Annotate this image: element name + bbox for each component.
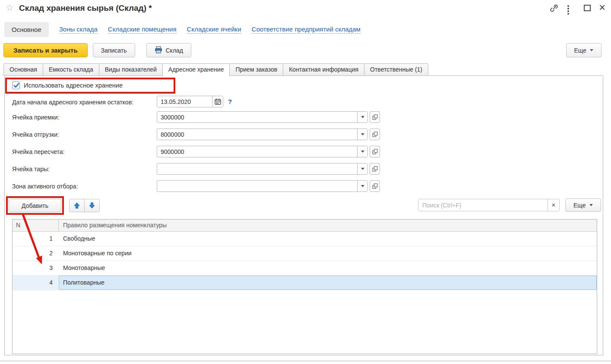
copy-link-icon[interactable]: [549, 3, 559, 13]
placement-rules-table: N Правило размещения номенклатуры 1 Своб…: [12, 219, 597, 354]
command-bar: Записать и закрыть Записать Склад Еще: [3, 43, 605, 57]
more-button-top[interactable]: Еще: [566, 43, 602, 57]
nav-item-rooms[interactable]: Складские помещения: [108, 25, 177, 34]
dropdown-arrow-icon[interactable]: [357, 163, 367, 174]
tab-capacity[interactable]: Емкость склада: [43, 63, 99, 76]
row-rule: Политоварные: [59, 276, 597, 290]
window-bottom-divider: [0, 361, 611, 361]
navigation-links: Основное Зоны склада Складские помещения…: [4, 21, 361, 38]
page-title: Склад хранения сырья (Склад) *: [19, 3, 152, 13]
recount-cell-input[interactable]: [157, 146, 357, 157]
receiving-cell-field: [157, 111, 368, 123]
save-and-close-button[interactable]: Записать и закрыть: [3, 43, 88, 57]
column-header-n: N: [13, 220, 59, 231]
dropdown-arrow-icon[interactable]: [357, 129, 367, 140]
tab-contact-info[interactable]: Контактная информация: [283, 63, 364, 76]
arrow-up-icon: [74, 202, 80, 209]
more-button-label: Еще: [574, 47, 587, 54]
container-cell-field: [157, 163, 368, 175]
warehouse-card-window: ☆ Склад хранения сырья (Склад) * × Основ…: [0, 0, 611, 364]
container-cell-input[interactable]: [157, 163, 357, 174]
move-up-button[interactable]: [69, 199, 85, 212]
open-reference-icon[interactable]: [370, 111, 380, 123]
move-row-buttons: [69, 199, 100, 212]
active-selection-zone-field: [157, 180, 368, 192]
tab-responsible[interactable]: Ответственные (1): [364, 63, 428, 76]
search-field: ×: [418, 199, 560, 211]
row-number: 3: [13, 261, 59, 275]
row-number: 4: [13, 276, 59, 290]
recount-cell-label: Ячейка пересчета:: [12, 148, 64, 155]
start-date-label: Дата начала адресного хранения остатков:: [12, 99, 133, 106]
calendar-icon[interactable]: [212, 96, 223, 107]
row-number: 1: [13, 232, 59, 246]
more-menu-icon[interactable]: [567, 5, 569, 7]
use-address-storage-checkbox[interactable]: [12, 82, 20, 89]
tab-main[interactable]: Основная: [3, 63, 43, 76]
start-date-field: [157, 96, 223, 107]
tab-indicator-types[interactable]: Виды показателей: [99, 63, 163, 76]
maximize-icon[interactable]: [584, 5, 591, 11]
row-rule: Свободные: [59, 232, 597, 246]
active-selection-zone-label: Зона активного отбора:: [12, 183, 78, 190]
chevron-down-icon: [589, 204, 593, 206]
tab-order-reception[interactable]: Прием заказов: [229, 63, 283, 76]
printer-icon: [155, 46, 162, 55]
print-warehouse-button[interactable]: Склад: [146, 43, 192, 57]
favorite-star-icon[interactable]: ☆: [6, 3, 14, 13]
open-reference-icon[interactable]: [370, 180, 380, 192]
print-button-label: Склад: [166, 47, 184, 54]
nav-item-cells[interactable]: Складские ячейки: [187, 25, 241, 34]
shipping-cell-label: Ячейка отгрузки:: [12, 131, 59, 138]
nav-item-enterprise-mapping[interactable]: Соответствие предприятий складам: [252, 25, 361, 34]
nav-item-main[interactable]: Основное: [4, 22, 49, 37]
close-icon[interactable]: ×: [599, 1, 605, 14]
open-reference-icon[interactable]: [370, 129, 380, 140]
receiving-cell-label: Ячейка приемки:: [12, 114, 60, 121]
save-button[interactable]: Записать: [93, 43, 135, 57]
receiving-cell-input[interactable]: [157, 112, 357, 122]
row-rule: Монотоварные: [59, 261, 597, 275]
table-header: N Правило размещения номенклатуры: [13, 220, 597, 232]
start-date-input[interactable]: [157, 96, 212, 107]
open-reference-icon[interactable]: [370, 163, 380, 175]
active-selection-zone-input[interactable]: [157, 181, 357, 191]
table-row[interactable]: 1 Свободные: [13, 232, 597, 246]
column-header-rule: Правило размещения номенклатуры: [59, 220, 597, 231]
add-button[interactable]: Добавить: [9, 199, 61, 212]
search-input[interactable]: [418, 199, 548, 211]
dropdown-arrow-icon[interactable]: [357, 181, 367, 191]
shipping-cell-field: [157, 129, 368, 140]
dropdown-arrow-icon[interactable]: [357, 112, 367, 122]
container-cell-label: Ячейка тары:: [12, 166, 50, 173]
tab-strip: Основная Емкость склада Виды показателей…: [3, 63, 428, 76]
dropdown-arrow-icon[interactable]: [357, 146, 367, 157]
more-table-label: Еще: [573, 202, 586, 209]
table-row[interactable]: 3 Монотоварные: [13, 261, 597, 276]
recount-cell-field: [157, 146, 368, 157]
row-number: 2: [13, 246, 59, 260]
use-address-storage-label: Использовать адресное хранение: [24, 82, 123, 89]
table-row-selected[interactable]: 4 Политоварные: [13, 276, 597, 290]
tab-address-storage[interactable]: Адресное хранение: [162, 63, 230, 76]
move-down-button[interactable]: [84, 199, 100, 212]
row-rule: Монотоварные по серии: [59, 246, 597, 260]
arrow-down-icon: [89, 202, 95, 209]
shipping-cell-input[interactable]: [157, 129, 357, 140]
nav-item-zones[interactable]: Зоны склада: [59, 25, 98, 34]
open-reference-icon[interactable]: [370, 146, 380, 157]
table-row[interactable]: 2 Монотоварные по серии: [13, 246, 597, 261]
clear-search-icon[interactable]: ×: [548, 199, 559, 211]
help-icon[interactable]: ?: [228, 98, 232, 105]
checkmark-icon: [13, 82, 20, 89]
chevron-down-icon: [590, 49, 593, 51]
more-button-table[interactable]: Еще: [565, 198, 601, 212]
